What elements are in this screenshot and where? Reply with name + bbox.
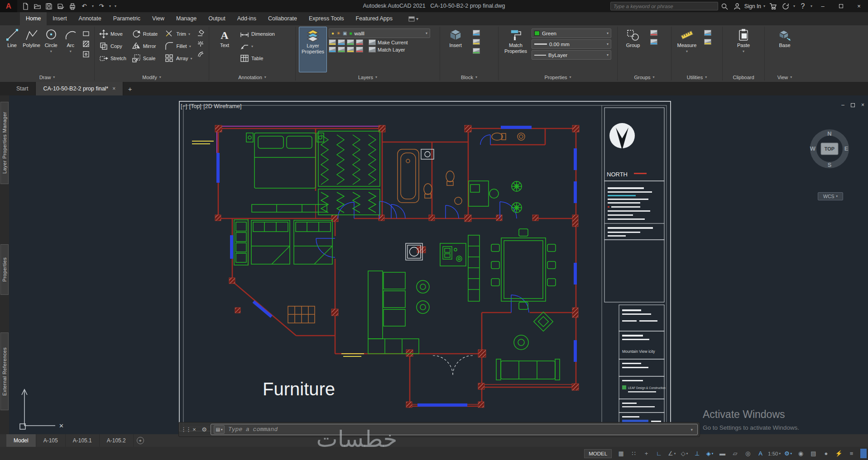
ribbon-display-toggle[interactable]: ▾	[408, 12, 418, 25]
command-close-icon[interactable]: ×	[191, 426, 198, 433]
redo-icon[interactable]: ↷	[96, 1, 107, 11]
paste-button[interactable]: Paste ▾	[731, 27, 756, 72]
sign-in-button[interactable]: Sign In	[744, 3, 761, 9]
layer-properties-button[interactable]: Layer Properties	[299, 27, 327, 72]
panel-label-utilities[interactable]: Utilities▾	[671, 72, 722, 82]
panel-label-draw[interactable]: Draw▾	[0, 72, 94, 82]
viewcube-east[interactable]: E	[844, 145, 849, 152]
ribbon-tab-express-tools[interactable]: Express Tools	[303, 12, 350, 25]
lineweight-display-icon[interactable]: ▬	[716, 448, 729, 459]
save-icon[interactable]	[43, 1, 54, 11]
wcs-dropdown[interactable]: WCS▾	[818, 192, 843, 200]
snap-mode-icon[interactable]: ∷	[628, 448, 640, 459]
manage-attributes-icon[interactable]	[473, 48, 480, 54]
undo-icon[interactable]: ↶	[79, 1, 90, 11]
palette-layer-properties-manager[interactable]: Layer Properties Manager	[0, 102, 9, 184]
layer-freeze-icon[interactable]	[347, 39, 354, 45]
restore-button[interactable]	[832, 0, 850, 12]
fillet-button[interactable]: Fillet▾	[163, 41, 193, 52]
command-options-icon[interactable]: ▤▾	[214, 425, 225, 434]
transparency-icon[interactable]: ▱	[729, 448, 741, 459]
layout-tab-model[interactable]: Model	[6, 434, 36, 447]
viewport-minimize-control[interactable]: [−]	[181, 103, 187, 109]
multileader-button[interactable]: ▾	[239, 41, 286, 52]
panel-label-layers[interactable]: Layers▾	[296, 72, 440, 82]
viewcube-top-face[interactable]: TOP	[825, 146, 834, 152]
selection-cycling-icon[interactable]: ◎	[742, 448, 754, 459]
layer-thaw-all-icon[interactable]	[338, 47, 345, 52]
layer-dropdown[interactable]: ● ☀ ▣ ■ walll ▾	[329, 28, 430, 38]
close-button[interactable]: ×	[850, 0, 868, 12]
viewcube-north[interactable]: N	[827, 130, 831, 137]
lineweight-dropdown[interactable]: 0.00 mm ▾	[532, 39, 611, 49]
new-layout-button[interactable]: +	[134, 434, 147, 447]
group-edit-icon[interactable]	[650, 39, 657, 45]
layer-isolate-icon[interactable]	[338, 39, 345, 45]
measure-button[interactable]: Measure ▾	[675, 27, 699, 72]
dynamic-input-icon[interactable]: +	[640, 448, 652, 459]
ribbon-tab-featured-apps[interactable]: Featured Apps	[350, 12, 398, 25]
panel-label-block[interactable]: Block▾	[440, 72, 498, 82]
group-button[interactable]: Group	[621, 27, 645, 72]
file-tab-document[interactable]: CA-10-50-B2-2 prop final* ×	[36, 82, 123, 95]
save-as-icon[interactable]	[55, 1, 66, 11]
rotate-button[interactable]: Rotate	[130, 28, 162, 39]
ribbon-tab-view[interactable]: View	[146, 12, 170, 25]
define-attributes-icon[interactable]	[473, 39, 480, 45]
ribbon-tab-insert[interactable]: Insert	[47, 12, 72, 25]
drawing-minimize-icon[interactable]: –	[841, 102, 844, 108]
osnap-tracking-icon[interactable]: ⊥	[691, 448, 703, 459]
line-button[interactable]: Line	[3, 27, 21, 72]
dimension-button[interactable]: Dimension	[239, 28, 286, 39]
ribbon-tab-output[interactable]: Output	[202, 12, 231, 25]
redo-dropdown-icon[interactable]: ▾	[108, 4, 112, 8]
minimize-button[interactable]: –	[814, 0, 832, 12]
sign-in-dropdown-icon[interactable]: ▾	[762, 4, 767, 8]
stretch-button[interactable]: Stretch	[98, 53, 129, 64]
scale-button[interactable]: Scale	[130, 53, 162, 64]
explode-tool-icon[interactable]	[197, 40, 205, 47]
viewcube-south[interactable]: S	[828, 161, 832, 168]
panel-label-groups[interactable]: Groups▾	[618, 72, 671, 82]
layer-walk-icon[interactable]	[356, 47, 363, 52]
command-customize-icon[interactable]: ⚙	[201, 426, 208, 433]
ribbon-tab-addins[interactable]: Add-ins	[231, 12, 262, 25]
ribbon-tab-manage[interactable]: Manage	[170, 12, 202, 25]
graphics-performance-icon[interactable]: ⚡	[833, 448, 845, 459]
new-file-icon[interactable]	[20, 1, 31, 11]
help-dropdown-icon[interactable]: ▾	[809, 4, 814, 8]
command-input[interactable]: ▤▾ Type a command ▾	[211, 424, 698, 435]
viewport-visual-style-control[interactable]: [2D Wireframe]	[203, 103, 241, 109]
user-icon[interactable]	[731, 0, 743, 12]
palette-properties[interactable]: Properties	[0, 244, 9, 295]
panel-label-view[interactable]: View▾	[765, 72, 805, 82]
viewcube-west[interactable]: W	[810, 145, 816, 152]
polar-tracking-icon[interactable]: ∠▾	[666, 448, 678, 459]
layout-tab-a105[interactable]: A-105	[36, 434, 66, 447]
isometric-drafting-icon[interactable]: ◇▾	[678, 448, 691, 459]
file-tab-start[interactable]: Start	[9, 82, 36, 95]
region-tool-icon[interactable]	[82, 51, 90, 58]
file-tab-close-icon[interactable]: ×	[112, 85, 115, 92]
match-properties-button[interactable]: Match Properties	[502, 27, 530, 72]
panel-label-annotation[interactable]: Annotation▾	[209, 72, 295, 82]
layer-off-icon[interactable]	[329, 39, 336, 45]
viewport-view-control[interactable]: [Top]	[189, 103, 201, 109]
layout-tab-a105-1[interactable]: A-105.1	[66, 434, 100, 447]
quick-properties-icon[interactable]: ▤	[807, 448, 820, 459]
quick-select-icon[interactable]	[704, 30, 711, 36]
panel-label-properties[interactable]: Properties▾	[499, 72, 617, 82]
array-button[interactable]: Array▾	[163, 53, 193, 64]
annotation-monitor-icon[interactable]: ◉	[795, 448, 807, 459]
trim-button[interactable]: Trim▾	[163, 28, 193, 39]
polyline-button[interactable]: Polyline	[23, 27, 40, 72]
drawing-close-icon[interactable]: ×	[861, 102, 864, 108]
isolate-objects-icon[interactable]: ●	[820, 448, 832, 459]
clean-screen-icon[interactable]	[860, 449, 867, 458]
object-color-dropdown[interactable]: Green ▾	[532, 28, 611, 38]
autocad-logo[interactable]: A	[0, 0, 17, 12]
object-snap-icon[interactable]: ◈▾	[704, 448, 716, 459]
panel-label-modify[interactable]: Modify▾	[95, 72, 209, 82]
mirror-button[interactable]: Mirror	[130, 41, 162, 52]
new-drawing-tab-button[interactable]: +	[123, 82, 137, 95]
